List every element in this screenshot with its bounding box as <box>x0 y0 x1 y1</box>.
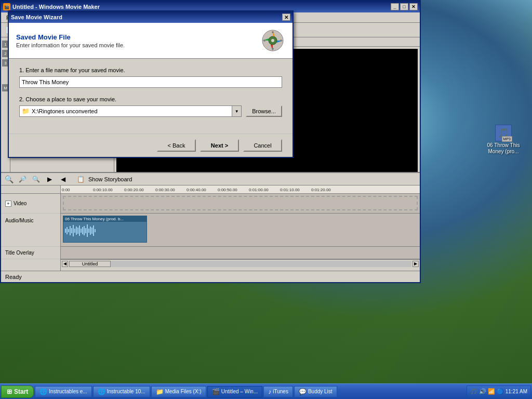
audio-clip-waveform <box>63 222 147 240</box>
audio-label-row: Audio/Music <box>1 214 60 247</box>
timeline-toolbar: 🔍 🔎 🔍 ▶ ◀ 📋 Show Storyboard <box>1 173 420 185</box>
save-location-row: 📁 X:\Ringtones unconverted ▼ Browse... <box>19 105 282 117</box>
desktop-icon-mp3[interactable]: 🎵 MP3 06 Throw This Money (pro... <box>485 125 522 155</box>
taskbar-btn-itunes[interactable]: ♪ iTunes <box>263 386 293 397</box>
timeline-ruler: 0:00 0:00:10.00 0:00:20.00 0:00:30.00 0:… <box>61 185 420 194</box>
back-button[interactable]: < Back <box>157 139 196 152</box>
window-title: Untitled - Windows Movie Maker <box>12 4 100 10</box>
dialog-content: 1. Enter a file name for your saved movi… <box>9 59 292 134</box>
systray-icon-music: 🎵 <box>470 388 477 395</box>
ruler-tick-6: 0:01:00.00 <box>249 188 269 192</box>
timeline-content: + Video Audio/Music Title Overlay 0:00 0… <box>1 185 420 271</box>
systray-icon-speaker: 🔊 <box>479 388 486 395</box>
dialog-header: Saved Movie File Enter information for y… <box>9 23 292 59</box>
browse-button[interactable]: Browse... <box>246 105 282 117</box>
filename-input[interactable] <box>19 76 282 88</box>
timeline-scrollbar[interactable]: ◀ Untitled ▶ <box>61 259 420 268</box>
taskbar-icon-2: 🌐 <box>98 388 105 395</box>
systray: 🎵 🔊 📶 🔵 11:21 AM <box>467 385 531 398</box>
step2-label: 2. Choose a place to save your movie. <box>19 96 282 102</box>
save-location-wrapper: 📁 X:\Ringtones unconverted ▼ <box>19 105 242 117</box>
dialog-header-desc: Enter information for your saved movie f… <box>16 42 125 48</box>
scroll-thumb[interactable]: Untitled <box>69 261 111 267</box>
mp3-badge: MP3 <box>502 136 512 142</box>
video-label-row: + Video <box>1 194 60 214</box>
play-timeline-btn[interactable]: ▶ <box>44 174 55 185</box>
ruler-tick-2: 0:00:20.00 <box>124 188 144 192</box>
title-overlay-label: Title Overlay <box>5 250 34 256</box>
video-track-drop[interactable] <box>63 196 418 210</box>
cancel-button[interactable]: Cancel <box>243 139 282 152</box>
timeline-area: 🔍 🔎 🔍 ▶ ◀ 📋 Show Storyboard + Video <box>1 172 420 271</box>
statusbar: Ready <box>1 271 420 282</box>
ruler-tick-4: 0:00:40.00 <box>187 188 206 192</box>
audio-label: Audio/Music <box>5 218 33 223</box>
ruler-tick-5: 0:00:50.00 <box>218 188 237 192</box>
svg-point-4 <box>280 39 282 42</box>
status-text: Ready <box>5 274 22 280</box>
titlebar-buttons: _ □ ✕ <box>391 3 418 10</box>
minimize-button[interactable]: _ <box>391 3 399 10</box>
svg-point-6 <box>263 39 265 42</box>
dialog-footer: < Back Next > Cancel <box>9 134 292 157</box>
taskbar: ⊞ Start 🌐 Instructables e... 🌐 Instructa… <box>0 383 532 399</box>
app-icon: 🎬 <box>3 3 10 10</box>
desktop-icon-label: 06 Throw This Money (pro... <box>485 142 522 155</box>
audio-clip[interactable]: 06 Throw This Money (prod. b... <box>63 216 147 243</box>
maximize-button[interactable]: □ <box>400 3 408 10</box>
next-button[interactable]: Next > <box>200 139 239 152</box>
taskbar-icon-4: 🎬 <box>212 388 220 395</box>
timeline-zoom-out[interactable]: 🔍 <box>30 174 42 185</box>
title-overlay-track <box>61 247 420 259</box>
ruler-tick-7: 0:01:10.00 <box>280 188 300 192</box>
ruler-spacer <box>1 185 60 194</box>
taskbar-btn-instructables2[interactable]: 🌐 Instructable 10... <box>93 386 150 397</box>
taskbar-btn-moviemaker[interactable]: 🎬 Untitled – Win... <box>207 386 263 397</box>
taskbar-icon-6: 💬 <box>299 388 307 395</box>
svg-point-3 <box>272 31 274 33</box>
desktop-icon-image: 🎵 MP3 <box>495 125 512 141</box>
dialog-close-button[interactable]: ✕ <box>282 14 290 21</box>
ruler-tick-3: 0:00:30.00 <box>155 188 175 192</box>
dialog-body: Saved Movie File Enter information for y… <box>9 23 292 157</box>
step1-row: 1. Enter a file name for your saved movi… <box>19 67 282 88</box>
svg-point-5 <box>272 48 274 50</box>
taskbar-icon-5: ♪ <box>268 388 271 395</box>
audio-track: 06 Throw This Money (prod. b... <box>61 214 420 247</box>
taskbar-btn-buddylist[interactable]: 💬 Buddy List <box>294 386 337 397</box>
video-label: Video <box>14 201 26 206</box>
movie-reel-icon <box>260 28 285 53</box>
video-expand-btn[interactable]: + <box>5 201 11 207</box>
timeline-tracks: 0:00 0:00:10.00 0:00:20.00 0:00:30.00 0:… <box>61 185 420 271</box>
taskbar-icon-1: 🌐 <box>39 388 47 395</box>
film-reel-svg <box>260 28 285 53</box>
systray-icon-bluetooth: 🔵 <box>497 388 504 395</box>
close-button[interactable]: ✕ <box>409 3 418 10</box>
systray-clock: 11:21 AM <box>506 389 527 394</box>
dialog-header-title: Saved Movie File <box>16 33 125 41</box>
scroll-right-btn[interactable]: ▶ <box>413 261 419 267</box>
dialog-title: Save Movie Wizard <box>11 14 62 20</box>
windows-logo: ⊞ <box>7 388 12 395</box>
systray-icon-network: 📶 <box>488 388 495 395</box>
svg-point-2 <box>271 39 274 42</box>
storyboard-btn[interactable]: 📋 <box>75 174 86 185</box>
folder-icon: 📁 <box>22 108 30 115</box>
video-track <box>61 194 420 214</box>
scroll-track[interactable]: Untitled <box>69 261 411 267</box>
timeline-zoom-in[interactable]: 🔍 <box>3 174 15 185</box>
step2-row: 2. Choose a place to save your movie. 📁 … <box>19 96 282 117</box>
title-label-row: Title Overlay <box>1 247 60 259</box>
save-movie-dialog: Save Movie Wizard ✕ Saved Movie File Ent… <box>8 10 294 158</box>
dialog-header-text: Saved Movie File Enter information for y… <box>16 33 125 48</box>
timeline-labels: + Video Audio/Music Title Overlay <box>1 185 61 271</box>
scroll-left-btn[interactable]: ◀ <box>62 261 68 267</box>
ruler-tick-0: 0:00 <box>62 188 70 192</box>
rewind-timeline-btn[interactable]: ◀ <box>57 174 69 185</box>
taskbar-btn-mediafiles[interactable]: 📁 Media Files (X:) <box>151 386 206 397</box>
start-button[interactable]: ⊞ Start <box>1 385 34 398</box>
taskbar-btn-instructables1[interactable]: 🌐 Instructables e... <box>35 386 91 397</box>
save-location-dropdown[interactable]: ▼ <box>232 105 242 117</box>
timeline-zoom-in2[interactable]: 🔎 <box>17 174 28 185</box>
show-storyboard-label[interactable]: Show Storyboard <box>88 176 132 182</box>
